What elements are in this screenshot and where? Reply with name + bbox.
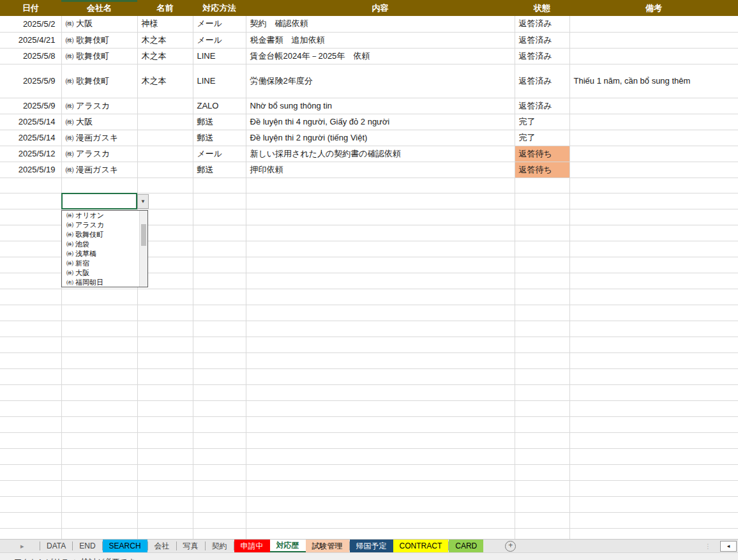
cell[interactable]: 2025/5/9 — [0, 98, 61, 114]
cell[interactable] — [137, 130, 193, 146]
sheet-grid: 日付会社名名前対応方法内容状態備考 2025/5/2㈱ 大阪神様メール契約 確認… — [0, 0, 738, 539]
cell[interactable]: ㈱ 歌舞伎町 — [61, 64, 137, 98]
cell[interactable]: Đề luyện thi 2 người (tiếng Việt) — [246, 130, 515, 146]
cell[interactable]: ㈱ アラスカ — [61, 146, 137, 162]
company-dropdown-list: ㈱ オリオン㈱ アラスカ㈱ 歌舞伎町㈱ 池袋㈱ 浅草橋㈱ 新宿㈱ 大阪㈲ 福岡朝… — [61, 210, 148, 287]
cell[interactable]: 返答済み — [515, 48, 569, 64]
cell[interactable]: 2025/5/19 — [0, 162, 61, 178]
cell[interactable] — [569, 162, 738, 178]
dropdown-item[interactable]: ㈲ 福岡朝日 — [62, 278, 147, 287]
cell[interactable]: 2025/5/2 — [0, 16, 61, 32]
cell[interactable]: Đề luyện thi 4 người, Giấy đỏ 2 người — [246, 114, 515, 130]
cell[interactable]: 返答待ち — [515, 162, 569, 178]
cell[interactable] — [137, 98, 193, 114]
cell[interactable] — [569, 98, 738, 114]
cell[interactable] — [569, 48, 738, 64]
sheet-tab-会社[interactable]: 会社 — [148, 540, 176, 552]
scrollbar-thumb[interactable] — [141, 224, 146, 246]
cell[interactable] — [137, 114, 193, 130]
dropdown-item[interactable]: ㈱ オリオン — [62, 211, 147, 220]
sheet-nav-arrows[interactable]: ▸ — [0, 540, 40, 552]
sheet-tab-END[interactable]: END — [73, 540, 102, 552]
cell[interactable] — [569, 32, 738, 48]
new-sheet-button[interactable]: + — [505, 540, 516, 552]
cell[interactable]: ㈱ 大阪 — [61, 114, 137, 130]
sheet-tab-申請中[interactable]: 申請中 — [234, 540, 270, 552]
dropdown-item[interactable]: ㈱ 池袋 — [62, 239, 147, 249]
cell[interactable]: 契約 確認依頼 — [246, 16, 515, 32]
cell[interactable]: メール — [193, 16, 246, 32]
active-column-indicator — [61, 0, 137, 2]
cell[interactable] — [569, 130, 738, 146]
sheet-tab-CARD[interactable]: CARD — [449, 540, 483, 552]
cell[interactable]: 木之本 — [137, 64, 193, 98]
cell[interactable]: メール — [193, 146, 246, 162]
dropdown-item[interactable]: ㈱ アラスカ — [62, 220, 147, 230]
sheet-tab-試験管理[interactable]: 試験管理 — [306, 540, 349, 552]
hscroll-left-button[interactable]: ◂ — [720, 541, 737, 552]
cell[interactable]: ㈱ 大阪 — [61, 16, 137, 32]
plus-icon: + — [505, 541, 516, 552]
cell[interactable]: 労働保険2年度分 — [246, 64, 515, 98]
cell[interactable] — [137, 146, 193, 162]
cell[interactable]: ㈱ 歌舞伎町 — [61, 32, 137, 48]
cell[interactable]: ㈱ 漫画ガスキ — [61, 130, 137, 146]
cell[interactable]: 2025/5/12 — [0, 146, 61, 162]
dropdown-item[interactable]: ㈱ 歌舞伎町 — [62, 230, 147, 239]
column-header: 備考 — [569, 0, 738, 16]
sheet-tab-契約[interactable]: 契約 — [206, 540, 234, 552]
cell[interactable]: 完了 — [515, 114, 569, 130]
cell[interactable]: 2025/5/14 — [0, 130, 61, 146]
cell[interactable]: メール — [193, 32, 246, 48]
cell[interactable]: 税金書類 追加依頼 — [246, 32, 515, 48]
cell[interactable]: LINE — [193, 48, 246, 64]
dropdown-scrollbar[interactable] — [139, 211, 147, 287]
cell[interactable]: 神様 — [137, 16, 193, 32]
cell[interactable]: 完了 — [515, 130, 569, 146]
cell[interactable]: ㈱ アラスカ — [61, 98, 137, 114]
cell[interactable]: 木之本 — [137, 48, 193, 64]
cell[interactable]: 返答済み — [515, 98, 569, 114]
dropdown-arrow-button[interactable]: ▼ — [137, 194, 149, 209]
sheet-tab-CONTRACT[interactable]: CONTRACT — [393, 540, 449, 552]
dropdown-item[interactable]: ㈱ 大阪 — [62, 268, 147, 278]
cell[interactable]: Thiếu 1 năm, cần bổ sung thêm — [569, 64, 738, 98]
active-cell[interactable] — [61, 193, 137, 209]
cell[interactable]: 2025/5/8 — [0, 48, 61, 64]
sheet-tab-帰国予定[interactable]: 帰国予定 — [350, 540, 393, 552]
cell[interactable]: 返答済み — [515, 16, 569, 32]
cell[interactable]: ZALO — [193, 98, 246, 114]
cell[interactable]: 木之本 — [137, 32, 193, 48]
status-text: アクセシビリティ: 検討が必要です — [14, 557, 135, 560]
column-header: 会社名 — [61, 0, 137, 16]
sheet-tab-SEARCH[interactable]: SEARCH — [103, 540, 147, 552]
cell[interactable] — [137, 162, 193, 178]
cell[interactable] — [569, 146, 738, 162]
cell[interactable]: ㈱ 漫画ガスキ — [61, 162, 137, 178]
dropdown-item[interactable]: ㈱ 新宿 — [62, 259, 147, 268]
cell[interactable]: LINE — [193, 64, 246, 98]
sheet-tab-DATA[interactable]: DATA — [40, 540, 72, 552]
cell[interactable]: 郵送 — [193, 114, 246, 130]
cell[interactable] — [569, 16, 738, 32]
sheet-tab-写真[interactable]: 写真 — [177, 540, 205, 552]
cell[interactable]: 2025/5/9 — [0, 64, 61, 98]
sheet-tab-対応歴[interactable]: 対応歴 — [270, 540, 306, 552]
cell[interactable]: 2025/5/14 — [0, 114, 61, 130]
cell[interactable]: 郵送 — [193, 162, 246, 178]
cell[interactable]: 2025/4/21 — [0, 32, 61, 48]
column-header: 対応方法 — [193, 0, 246, 16]
cell[interactable]: 返答待ち — [515, 146, 569, 162]
cell[interactable]: 返答済み — [515, 32, 569, 48]
cell[interactable]: 新しい採用された人の契約書の確認依頼 — [246, 146, 515, 162]
cell[interactable]: 賃金台帳2024年－2025年 依頼 — [246, 48, 515, 64]
table-row: 2025/5/9㈱ 歌舞伎町木之本LINE労働保険2年度分返答済みThiếu 1… — [0, 64, 738, 98]
dropdown-item[interactable]: ㈱ 浅草橋 — [62, 249, 147, 259]
column-header: 名前 — [137, 0, 193, 16]
cell[interactable]: 返答済み — [515, 64, 569, 98]
cell[interactable]: 郵送 — [193, 130, 246, 146]
cell[interactable]: 押印依頼 — [246, 162, 515, 178]
cell[interactable]: Nhờ bổ sung thông tin — [246, 98, 515, 114]
cell[interactable]: ㈱ 歌舞伎町 — [61, 48, 137, 64]
cell[interactable] — [569, 114, 738, 130]
